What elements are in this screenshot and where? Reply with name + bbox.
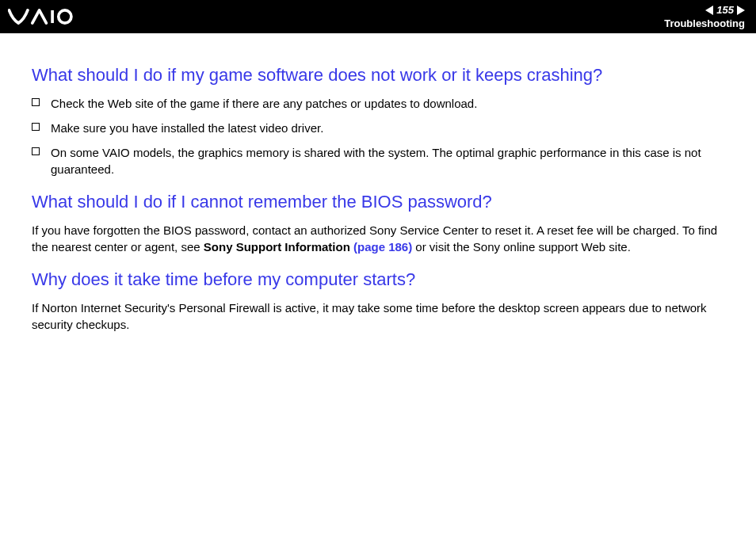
- bullet-icon: [32, 147, 40, 155]
- bullet-icon: [32, 123, 40, 131]
- paragraph-text-post: or visit the Sony online support Web sit…: [412, 240, 631, 254]
- heading-slow-start: Why does it take time before my computer…: [32, 269, 724, 290]
- prev-page-arrow-icon[interactable]: [705, 6, 713, 15]
- next-page-arrow-icon[interactable]: [737, 6, 745, 15]
- heading-game-crash: What should I do if my game software doe…: [32, 65, 724, 86]
- svg-point-1: [59, 10, 71, 23]
- list-item-text: Check the Web site of the game if there …: [51, 95, 477, 112]
- section-name: Troubleshooting: [664, 17, 745, 29]
- page-link[interactable]: (page 186): [353, 240, 412, 254]
- svg-rect-0: [51, 10, 54, 23]
- header-bar: 155 Troubleshooting: [0, 0, 756, 33]
- page-nav: 155: [705, 4, 745, 16]
- heading-bios-password: What should I do if I cannot remember th…: [32, 192, 724, 212]
- bullet-icon: [32, 98, 40, 106]
- list-item-text: Make sure you have installed the latest …: [51, 120, 323, 136]
- paragraph-bios: If you have forgotten the BIOS password,…: [32, 222, 724, 255]
- list-item-text: On some VAIO models, the graphics memory…: [51, 144, 724, 177]
- list-item: On some VAIO models, the graphics memory…: [32, 144, 724, 177]
- content-area: What should I do if my game software doe…: [0, 33, 756, 355]
- header-right: 155 Troubleshooting: [664, 4, 748, 29]
- bullet-list-game: Check the Web site of the game if there …: [32, 95, 724, 177]
- page-number: 155: [716, 4, 734, 16]
- paragraph-slow-start: If Norton Internet Security's Personal F…: [32, 299, 724, 333]
- paragraph-text-bold: Sony Support Information: [204, 240, 353, 254]
- list-item: Check the Web site of the game if there …: [32, 95, 724, 112]
- vaio-logo: [8, 8, 101, 25]
- list-item: Make sure you have installed the latest …: [32, 120, 724, 136]
